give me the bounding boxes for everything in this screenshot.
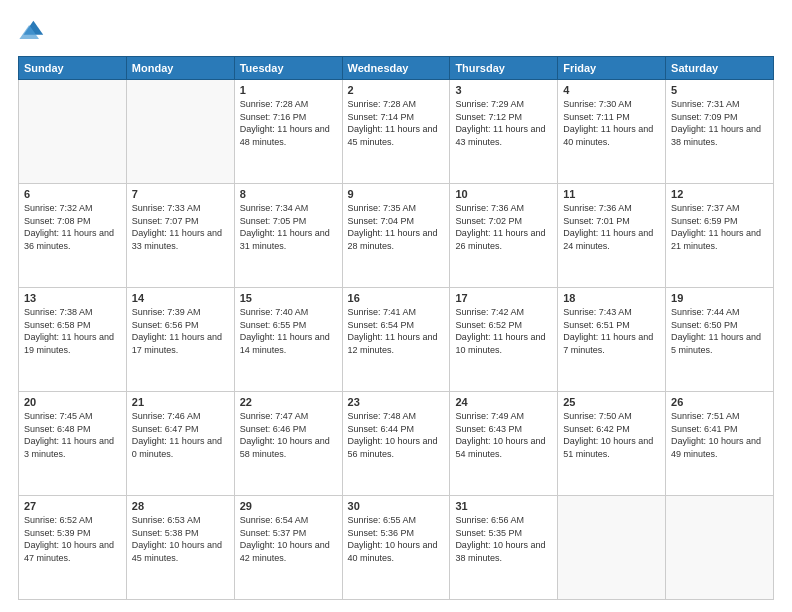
day-info: Sunrise: 7:37 AM Sunset: 6:59 PM Dayligh… (671, 202, 768, 252)
day-cell: 21Sunrise: 7:46 AM Sunset: 6:47 PM Dayli… (126, 392, 234, 496)
day-number: 5 (671, 84, 768, 96)
day-info: Sunrise: 6:55 AM Sunset: 5:36 PM Dayligh… (348, 514, 445, 564)
logo (18, 18, 52, 46)
day-info: Sunrise: 7:50 AM Sunset: 6:42 PM Dayligh… (563, 410, 660, 460)
header-cell-sunday: Sunday (19, 57, 127, 80)
day-cell: 15Sunrise: 7:40 AM Sunset: 6:55 PM Dayli… (234, 288, 342, 392)
day-cell: 1Sunrise: 7:28 AM Sunset: 7:16 PM Daylig… (234, 80, 342, 184)
logo-icon (18, 18, 46, 46)
day-cell: 4Sunrise: 7:30 AM Sunset: 7:11 PM Daylig… (558, 80, 666, 184)
day-cell: 29Sunrise: 6:54 AM Sunset: 5:37 PM Dayli… (234, 496, 342, 600)
day-cell: 27Sunrise: 6:52 AM Sunset: 5:39 PM Dayli… (19, 496, 127, 600)
day-number: 15 (240, 292, 337, 304)
day-cell: 11Sunrise: 7:36 AM Sunset: 7:01 PM Dayli… (558, 184, 666, 288)
day-number: 26 (671, 396, 768, 408)
header-cell-friday: Friday (558, 57, 666, 80)
day-info: Sunrise: 7:34 AM Sunset: 7:05 PM Dayligh… (240, 202, 337, 252)
day-cell: 7Sunrise: 7:33 AM Sunset: 7:07 PM Daylig… (126, 184, 234, 288)
day-cell: 16Sunrise: 7:41 AM Sunset: 6:54 PM Dayli… (342, 288, 450, 392)
day-cell: 30Sunrise: 6:55 AM Sunset: 5:36 PM Dayli… (342, 496, 450, 600)
day-info: Sunrise: 7:32 AM Sunset: 7:08 PM Dayligh… (24, 202, 121, 252)
day-info: Sunrise: 7:45 AM Sunset: 6:48 PM Dayligh… (24, 410, 121, 460)
day-info: Sunrise: 7:49 AM Sunset: 6:43 PM Dayligh… (455, 410, 552, 460)
page: SundayMondayTuesdayWednesdayThursdayFrid… (0, 0, 792, 612)
day-info: Sunrise: 7:48 AM Sunset: 6:44 PM Dayligh… (348, 410, 445, 460)
day-number: 24 (455, 396, 552, 408)
day-cell (19, 80, 127, 184)
week-row-4: 20Sunrise: 7:45 AM Sunset: 6:48 PM Dayli… (19, 392, 774, 496)
day-number: 10 (455, 188, 552, 200)
day-info: Sunrise: 6:56 AM Sunset: 5:35 PM Dayligh… (455, 514, 552, 564)
header-cell-thursday: Thursday (450, 57, 558, 80)
day-info: Sunrise: 7:51 AM Sunset: 6:41 PM Dayligh… (671, 410, 768, 460)
day-number: 17 (455, 292, 552, 304)
day-cell: 2Sunrise: 7:28 AM Sunset: 7:14 PM Daylig… (342, 80, 450, 184)
day-number: 31 (455, 500, 552, 512)
week-row-3: 13Sunrise: 7:38 AM Sunset: 6:58 PM Dayli… (19, 288, 774, 392)
day-number: 28 (132, 500, 229, 512)
day-number: 19 (671, 292, 768, 304)
day-info: Sunrise: 7:39 AM Sunset: 6:56 PM Dayligh… (132, 306, 229, 356)
calendar-header: SundayMondayTuesdayWednesdayThursdayFrid… (19, 57, 774, 80)
day-cell (558, 496, 666, 600)
day-cell: 18Sunrise: 7:43 AM Sunset: 6:51 PM Dayli… (558, 288, 666, 392)
day-number: 21 (132, 396, 229, 408)
day-info: Sunrise: 7:46 AM Sunset: 6:47 PM Dayligh… (132, 410, 229, 460)
day-info: Sunrise: 7:43 AM Sunset: 6:51 PM Dayligh… (563, 306, 660, 356)
day-info: Sunrise: 7:44 AM Sunset: 6:50 PM Dayligh… (671, 306, 768, 356)
day-number: 1 (240, 84, 337, 96)
day-number: 9 (348, 188, 445, 200)
day-number: 25 (563, 396, 660, 408)
day-number: 30 (348, 500, 445, 512)
day-cell: 20Sunrise: 7:45 AM Sunset: 6:48 PM Dayli… (19, 392, 127, 496)
day-number: 22 (240, 396, 337, 408)
day-info: Sunrise: 7:33 AM Sunset: 7:07 PM Dayligh… (132, 202, 229, 252)
week-row-1: 1Sunrise: 7:28 AM Sunset: 7:16 PM Daylig… (19, 80, 774, 184)
day-cell: 23Sunrise: 7:48 AM Sunset: 6:44 PM Dayli… (342, 392, 450, 496)
day-info: Sunrise: 6:54 AM Sunset: 5:37 PM Dayligh… (240, 514, 337, 564)
header-cell-monday: Monday (126, 57, 234, 80)
header-cell-tuesday: Tuesday (234, 57, 342, 80)
day-cell: 8Sunrise: 7:34 AM Sunset: 7:05 PM Daylig… (234, 184, 342, 288)
header-cell-wednesday: Wednesday (342, 57, 450, 80)
day-cell: 13Sunrise: 7:38 AM Sunset: 6:58 PM Dayli… (19, 288, 127, 392)
day-cell (126, 80, 234, 184)
day-number: 4 (563, 84, 660, 96)
day-number: 2 (348, 84, 445, 96)
day-number: 13 (24, 292, 121, 304)
day-number: 3 (455, 84, 552, 96)
day-number: 11 (563, 188, 660, 200)
day-number: 6 (24, 188, 121, 200)
day-number: 20 (24, 396, 121, 408)
day-cell (666, 496, 774, 600)
header-cell-saturday: Saturday (666, 57, 774, 80)
day-info: Sunrise: 7:28 AM Sunset: 7:16 PM Dayligh… (240, 98, 337, 148)
day-cell: 31Sunrise: 6:56 AM Sunset: 5:35 PM Dayli… (450, 496, 558, 600)
day-info: Sunrise: 6:53 AM Sunset: 5:38 PM Dayligh… (132, 514, 229, 564)
day-number: 23 (348, 396, 445, 408)
day-number: 29 (240, 500, 337, 512)
day-info: Sunrise: 7:35 AM Sunset: 7:04 PM Dayligh… (348, 202, 445, 252)
header-row: SundayMondayTuesdayWednesdayThursdayFrid… (19, 57, 774, 80)
calendar-body: 1Sunrise: 7:28 AM Sunset: 7:16 PM Daylig… (19, 80, 774, 600)
day-info: Sunrise: 7:31 AM Sunset: 7:09 PM Dayligh… (671, 98, 768, 148)
day-info: Sunrise: 7:36 AM Sunset: 7:01 PM Dayligh… (563, 202, 660, 252)
day-number: 7 (132, 188, 229, 200)
day-cell: 26Sunrise: 7:51 AM Sunset: 6:41 PM Dayli… (666, 392, 774, 496)
day-cell: 17Sunrise: 7:42 AM Sunset: 6:52 PM Dayli… (450, 288, 558, 392)
day-cell: 5Sunrise: 7:31 AM Sunset: 7:09 PM Daylig… (666, 80, 774, 184)
day-cell: 9Sunrise: 7:35 AM Sunset: 7:04 PM Daylig… (342, 184, 450, 288)
day-cell: 14Sunrise: 7:39 AM Sunset: 6:56 PM Dayli… (126, 288, 234, 392)
day-cell: 24Sunrise: 7:49 AM Sunset: 6:43 PM Dayli… (450, 392, 558, 496)
day-cell: 22Sunrise: 7:47 AM Sunset: 6:46 PM Dayli… (234, 392, 342, 496)
day-info: Sunrise: 6:52 AM Sunset: 5:39 PM Dayligh… (24, 514, 121, 564)
day-info: Sunrise: 7:47 AM Sunset: 6:46 PM Dayligh… (240, 410, 337, 460)
day-info: Sunrise: 7:38 AM Sunset: 6:58 PM Dayligh… (24, 306, 121, 356)
day-number: 12 (671, 188, 768, 200)
day-cell: 12Sunrise: 7:37 AM Sunset: 6:59 PM Dayli… (666, 184, 774, 288)
day-cell: 10Sunrise: 7:36 AM Sunset: 7:02 PM Dayli… (450, 184, 558, 288)
day-info: Sunrise: 7:40 AM Sunset: 6:55 PM Dayligh… (240, 306, 337, 356)
day-number: 16 (348, 292, 445, 304)
day-info: Sunrise: 7:30 AM Sunset: 7:11 PM Dayligh… (563, 98, 660, 148)
header (18, 18, 774, 46)
